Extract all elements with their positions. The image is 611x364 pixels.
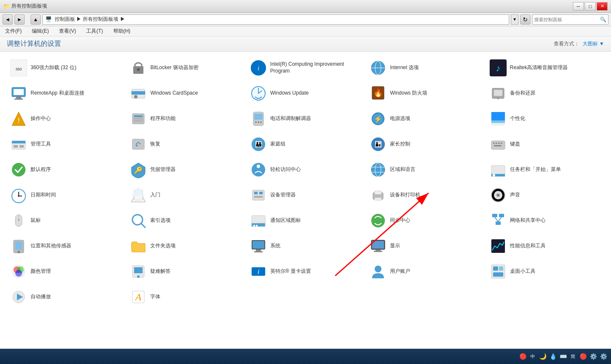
grid-item[interactable]: !操作中心 (7, 108, 125, 130)
grid-item[interactable]: 疑难解答 (126, 260, 244, 283)
grid-item[interactable]: 显示 (366, 235, 484, 257)
grid-item[interactable]: 声音 (486, 184, 604, 206)
taskbar-icon-moon[interactable]: 🌙 (538, 352, 547, 361)
maximize-button[interactable]: □ (585, 2, 596, 11)
taskbar-icon-drop[interactable]: 💧 (549, 352, 557, 361)
grid-item[interactable]: Windows Update (247, 82, 364, 104)
svg-text:⚡: ⚡ (374, 115, 382, 123)
grid-item[interactable]: Internet 选项 (366, 57, 484, 79)
grid-item[interactable]: 备份和还原 (486, 82, 604, 104)
menu-view[interactable]: 查看(V) (57, 27, 78, 36)
grid-item[interactable]: 个性化 (486, 108, 604, 130)
grid-item[interactable]: 桌面小工具 (486, 260, 604, 283)
menu-file[interactable]: 文件(F) (3, 27, 23, 36)
grid-item[interactable]: 🔑凭据管理器 (126, 159, 244, 181)
grid-item[interactable]: 系统 (247, 235, 364, 257)
item-icon (250, 187, 267, 204)
grid-item[interactable]: 位置和其他传感器 (7, 235, 125, 257)
svg-point-71 (18, 195, 20, 197)
svg-line-90 (141, 224, 145, 227)
taskbar-icon-gear1[interactable]: ⚙️ (589, 352, 597, 361)
grid-item[interactable]: A字体 (126, 286, 244, 308)
view-mode-link[interactable]: 大图标 ▼ (583, 40, 604, 48)
grid-item[interactable]: 任务栏和「开始」菜单 (486, 159, 604, 181)
grid-item[interactable]: 恢复 (126, 133, 244, 155)
grid-item[interactable]: 日期和时间 (7, 184, 125, 206)
taskbar-icon-red[interactable]: 🔴 (579, 352, 587, 361)
grid-item[interactable]: 设备管理器 (247, 184, 364, 206)
svg-point-116 (15, 270, 22, 277)
grid-item[interactable]: 设备和打印机 (366, 184, 484, 206)
back-button[interactable]: ◄ (3, 14, 13, 25)
search-input[interactable] (534, 17, 598, 22)
address-bar: ◄ ► ▲ 🖥️ 控制面板 ▶ 所有控制面板项 ▶ ▼ ↻ 🔍 (0, 13, 611, 26)
grid-item[interactable]: 管理工具 (7, 133, 125, 155)
grid-item[interactable]: 用户账户 (366, 260, 484, 283)
svg-rect-105 (252, 241, 264, 249)
grid-item[interactable]: 程序和功能 (126, 108, 244, 130)
grid-item[interactable]: 颜色管理 (7, 260, 125, 283)
grid-item[interactable]: 360360强力卸载 (32 位) (7, 57, 125, 79)
grid-item[interactable]: 同步中心 (366, 210, 484, 232)
grid-item[interactable]: 自动播放 (7, 286, 125, 308)
search-icon: 🔍 (600, 17, 606, 22)
svg-rect-107 (254, 251, 263, 252)
menu-edit[interactable]: 编辑(E) (30, 27, 50, 36)
menu-bar: 文件(F) 编辑(E) 查看(V) 工具(T) 帮助(H) (0, 26, 611, 36)
menu-help[interactable]: 帮助(H) (112, 27, 132, 36)
svg-rect-118 (134, 267, 143, 273)
close-button[interactable]: ✕ (597, 2, 608, 11)
refresh-button[interactable]: ↻ (520, 14, 530, 25)
grid-item[interactable]: 鼠标 (7, 210, 125, 232)
grid-item[interactable]: iIntel(R) Computing Improvement Program (247, 57, 364, 79)
minimize-button[interactable]: ─ (573, 2, 584, 11)
item-icon: 👪 (250, 136, 267, 153)
svg-point-17 (134, 95, 137, 98)
grid-item[interactable]: 轻松访问中心 (247, 159, 364, 181)
item-label: 系统 (270, 243, 280, 249)
taskbar-icon-0[interactable]: 🔴 (519, 352, 527, 361)
search-box[interactable]: 🔍 (532, 14, 608, 25)
svg-rect-52 (493, 143, 495, 144)
item-icon: 360 (10, 59, 27, 76)
grid-item[interactable]: 索引选项 (126, 210, 244, 232)
item-label: 疑难解答 (150, 268, 171, 275)
grid-item[interactable]: 网络和共享中心 (486, 210, 604, 232)
item-icon (10, 85, 27, 102)
taskbar-icon-gear2[interactable]: ⚙️ (599, 352, 608, 361)
svg-rect-75 (252, 190, 264, 200)
grid-item[interactable]: 键盘 (486, 133, 604, 155)
grid-item[interactable]: BitLocker 驱动器加密 (126, 57, 244, 79)
grid-item[interactable]: 性能信息和工具 (486, 235, 604, 257)
grid-item[interactable]: 👪家庭组 (247, 133, 364, 155)
address-dropdown[interactable]: ▼ (511, 14, 519, 25)
item-icon (370, 59, 387, 76)
grid-item[interactable]: 👨‍👧家长控制 (366, 133, 484, 155)
item-label: 设备管理器 (270, 192, 296, 199)
address-field[interactable]: 🖥️ 控制面板 ▶ 所有控制面板项 ▶ (42, 14, 509, 25)
grid-item[interactable]: 电话和调制解调器 (247, 108, 364, 130)
item-label: 字体 (150, 294, 160, 300)
grid-item[interactable]: RemoteApp 和桌面连接 (7, 82, 125, 104)
grid-item[interactable]: Windows CardSpace (126, 82, 244, 104)
item-icon (370, 187, 387, 204)
item-icon: i (250, 263, 267, 280)
grid-item[interactable]: 文件夹选项 (126, 235, 244, 257)
grid-item[interactable]: i英特尔® 显卡设置 (247, 260, 364, 283)
svg-point-88 (18, 219, 20, 221)
item-icon: 🔑 (130, 161, 147, 178)
grid-item[interactable]: ⚡电源选项 (366, 108, 484, 130)
taskbar-icon-kb[interactable]: ⌨️ (559, 352, 567, 361)
grid-item[interactable]: 🔥Windows 防火墙 (366, 82, 484, 104)
forward-button[interactable]: ► (14, 14, 25, 25)
grid-item[interactable]: 区域和语言 (366, 159, 484, 181)
up-button[interactable]: ▲ (31, 14, 41, 25)
grid-item[interactable]: 默认程序 (7, 159, 125, 181)
svg-text:👨‍👧: 👨‍👧 (375, 141, 382, 148)
menu-tools[interactable]: 工具(T) (84, 27, 104, 36)
item-label: 鼠标 (31, 217, 41, 224)
grid-item[interactable]: 通知区域图标 (247, 210, 364, 232)
grid-item[interactable]: 入门 (126, 184, 244, 206)
item-label: Intel(R) Computing Improvement Program (270, 61, 361, 74)
grid-item[interactable]: ♪Realtek高清晰音频管理器 (486, 57, 604, 79)
